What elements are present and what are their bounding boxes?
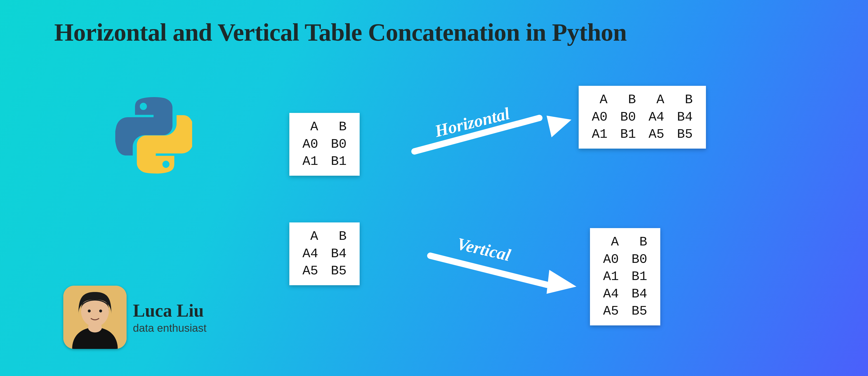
- page-title: Horizontal and Vertical Table Concatenat…: [54, 18, 627, 47]
- table-cell: B5: [324, 263, 353, 280]
- table-header-cell: A: [642, 91, 671, 109]
- author-avatar: [63, 286, 127, 349]
- table-header-cell: B: [625, 234, 654, 251]
- table-cell: B0: [625, 251, 654, 268]
- source-table-b: ABA4B4A5B5: [289, 223, 360, 285]
- table-header-cell: A: [585, 91, 614, 109]
- table-header-cell: A: [597, 234, 625, 251]
- table-cell: A5: [296, 263, 324, 280]
- table-cell: A4: [597, 285, 625, 303]
- table-header-row: AB: [296, 118, 353, 136]
- table-cell: A0: [585, 109, 614, 126]
- python-logo-icon: [115, 97, 192, 174]
- table-header-cell: A: [296, 228, 324, 245]
- svg-marker-6: [547, 115, 571, 137]
- table-cell: A1: [585, 126, 614, 143]
- table-cell: B4: [625, 285, 654, 303]
- svg-point-4: [99, 310, 102, 312]
- table-header-cell: A: [296, 118, 324, 136]
- table-header-row: AB: [296, 228, 353, 245]
- arrow-vertical: Vertical: [423, 238, 577, 297]
- table-cell: B5: [671, 126, 699, 143]
- table-header-cell: B: [671, 91, 699, 109]
- table-row: A5B5: [597, 303, 653, 320]
- table-cell: B5: [625, 303, 654, 320]
- table-row: A0B0: [296, 136, 353, 153]
- author-name: Luca Liu: [133, 300, 207, 321]
- table-cell: A0: [296, 136, 324, 153]
- table-row: A5B5: [296, 263, 353, 280]
- table-cell: A5: [597, 303, 625, 320]
- source-table-a: ABA0B0A1B1: [289, 113, 360, 176]
- table-header-row: ABAB: [585, 91, 699, 109]
- table-header-row: AB: [597, 234, 653, 251]
- arrow-horizontal: Horizontal: [405, 111, 572, 167]
- table-cell: B1: [625, 268, 654, 285]
- result-table-horizontal: ABABA0B0A4B4A1B1A5B5: [579, 86, 706, 148]
- table-row: A1B1: [597, 268, 653, 285]
- table-header-cell: B: [324, 118, 353, 136]
- table-cell: B0: [614, 109, 643, 126]
- table-cell: A1: [597, 268, 625, 285]
- table-cell: B4: [324, 245, 353, 263]
- svg-marker-8: [547, 270, 577, 294]
- svg-point-3: [88, 310, 91, 312]
- table-row: A4B4: [296, 245, 353, 263]
- author-subtitle: data enthusiast: [133, 322, 207, 334]
- table-cell: A4: [296, 245, 324, 263]
- table-cell: B4: [671, 109, 699, 126]
- result-table-vertical: ABA0B0A1B1A4B4A5B5: [590, 228, 660, 326]
- table-cell: B0: [324, 136, 353, 153]
- table-header-cell: B: [614, 91, 643, 109]
- table-header-cell: B: [324, 228, 353, 245]
- table-cell: B1: [614, 126, 643, 143]
- table-cell: B1: [324, 153, 353, 170]
- table-row: A0B0: [597, 251, 653, 268]
- table-row: A1B1: [296, 153, 353, 170]
- table-row: A0B0A4B4: [585, 109, 699, 126]
- table-cell: A1: [296, 153, 324, 170]
- svg-point-2: [88, 322, 102, 333]
- table-cell: A4: [642, 109, 671, 126]
- author-block: Luca Liu data enthusiast: [63, 286, 207, 349]
- table-cell: A5: [642, 126, 671, 143]
- table-cell: A0: [597, 251, 625, 268]
- table-row: A1B1A5B5: [585, 126, 699, 143]
- table-row: A4B4: [597, 285, 653, 303]
